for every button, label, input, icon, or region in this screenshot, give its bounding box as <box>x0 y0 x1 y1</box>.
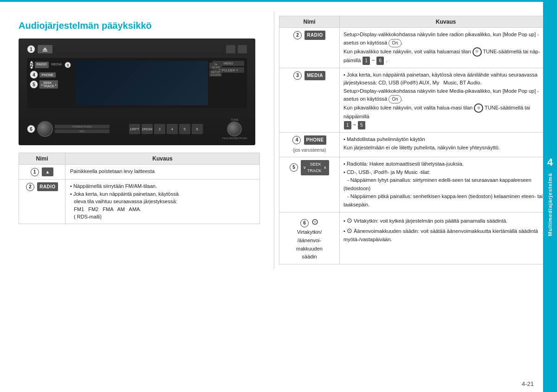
annotation-1: 1 <box>27 45 35 53</box>
table-row: 5 ∨ SEEKTRACK ∧ • Radiotila: Hakee autom… <box>279 157 552 212</box>
phone-desc-1: • Mahdollistaa puhelinnäytön käytön <box>343 136 425 142</box>
tilde-1: ~ <box>370 58 376 63</box>
period-1: . <box>384 58 387 63</box>
media-desc-1: • Joka kerta, kun näppäintä painetaan, k… <box>343 72 538 86</box>
radio-desc-2: Kun pikavalikko tulee näkyviin, voit val… <box>343 49 473 54</box>
media-desc-dot: . <box>402 96 403 102</box>
phone-sub-label: (jos varusteena) <box>283 147 336 154</box>
seek-desc-4: - Näppäimen pitkä painallus: senhetkisen… <box>343 193 543 207</box>
knob-desc-1: • <box>343 218 347 224</box>
table-row: 2 RADIO Setup>Display-valikkokohdassa nä… <box>279 28 552 68</box>
row2-line3: oleva tila vaihtuu seuraavassa järjestyk… <box>70 199 177 204</box>
knob-icon-inline2: ⊙ <box>347 227 352 234</box>
media-desc-2: Setup>Display-valikkokohdassa näkyviin t… <box>343 88 539 102</box>
right-row3-name: 3 MEDIA <box>279 68 340 132</box>
phone-badge-right: PHONE <box>304 135 326 145</box>
row2-line2: • Joka kerta, kun näppäintä painetaan, k… <box>70 191 179 197</box>
radio-badge: RADIO <box>37 182 58 191</box>
right-row4-desc: • Mahdollistaa puhelinnäytön käytön Kun … <box>340 132 552 157</box>
side-tab: 4 Multimediajärjestelmä <box>543 0 557 392</box>
knob-icon: ⊙ <box>311 217 318 226</box>
left-panel: Audiojärjestelmän pääyksikkö 1 <box>0 11 274 269</box>
knob-desc-2b: Äänenvoimakkuuden säädin: voit säätää ää… <box>343 228 538 242</box>
knob-icon-inline1: ⊙ <box>347 217 352 224</box>
stereo-image: 1 2 <box>19 39 255 145</box>
seek-up-icon: ∧ <box>324 164 327 171</box>
left-table-header-desc: Kuvaus <box>65 153 260 165</box>
table-row: 6 ⊙ Virtakytkin/ /äänenvoi- makkuuden sä… <box>279 212 552 264</box>
circle-2: 2 <box>26 183 34 191</box>
side-tab-text: Multimediajärjestelmä <box>547 173 553 236</box>
row2-name: 2 RADIO <box>19 180 65 224</box>
right-row2-name: 2 RADIO <box>279 28 340 68</box>
knob-label-4: säädin <box>302 254 317 259</box>
num-5: 5 <box>358 121 365 129</box>
right-row3-desc: • Joka kerta, kun näppäintä painetaan, k… <box>340 68 552 132</box>
circle-1: 1 <box>31 168 39 176</box>
on-badge-1: On <box>389 39 401 47</box>
circle-2-right: 2 <box>293 31 302 39</box>
table-row: 2 RADIO • Näppäimellä siirrytään FM/AM-t… <box>19 180 260 224</box>
right-row5-name: 5 ∨ SEEKTRACK ∧ <box>279 157 340 212</box>
circle-4-right: 4 <box>292 136 301 144</box>
side-tab-number: 4 <box>547 156 553 168</box>
left-table-header-name: Nimi <box>19 153 65 165</box>
knob-desc-2: • <box>343 228 347 234</box>
tilde-2: ~ <box>352 122 358 128</box>
right-row6-desc: • ⊙ Virtakytkin: voit kytkeä järjestelmä… <box>340 212 552 264</box>
table-row: 1 ▲ Painikkeella poistetaan levy laittee… <box>19 165 260 180</box>
table-row: 3 MEDIA • Joka kerta, kun näppäintä pain… <box>279 68 552 132</box>
right-row4-name: 4 PHONE (jos varusteena) <box>279 132 340 157</box>
num-6: 6 <box>376 57 384 65</box>
annotation-4: 4 <box>30 71 38 79</box>
right-description-table: Nimi Kuvaus 2 RADIO Setup>Display-valikk… <box>279 16 552 264</box>
media-desc-3: Kun pikavalikko tulee näkyviin, voit val… <box>343 105 474 110</box>
page-footer: 4-21 <box>522 380 534 387</box>
radio-badge-right: RADIO <box>304 31 325 40</box>
knob-label-2: /äänenvoi- <box>298 238 321 243</box>
right-row5-desc: • Radiotila: Hakee automaattisesti lähet… <box>340 157 552 212</box>
circle-3-right: 3 <box>293 71 302 80</box>
table-row: 4 PHONE (jos varusteena) • Mahdollistaa … <box>279 132 552 157</box>
page-title: Audiojärjestelmän pääyksikkö <box>19 20 260 31</box>
eject-button-label: ▲ <box>42 167 54 176</box>
right-panel: Nimi Kuvaus 2 RADIO Setup>Display-valikk… <box>274 11 557 269</box>
radio-desc-1: Setup>Display-valikkokohdassa näkyviin t… <box>343 32 539 45</box>
media-badge-right: MEDIA <box>304 71 325 80</box>
row2-line4: FM1 FM2 FMA AM AMA. <box>70 206 141 212</box>
seek-desc-1: • Radiotila: Hakee automaattisesti lähet… <box>343 161 464 167</box>
num-1-media: 1 <box>344 121 351 129</box>
tune-icon-2: ⊙ <box>474 103 483 113</box>
stereo-visual: 1 2 <box>19 39 255 145</box>
left-description-table: Nimi Kuvaus 1 ▲ Painikkeella poistetaan … <box>19 153 260 224</box>
row2-line1: • Näppäimellä siirrytään FM/AM-tilaan. <box>70 183 157 189</box>
annotation-2: 2 <box>30 61 33 69</box>
row1-name: 1 ▲ <box>19 165 65 180</box>
right-table-header-desc: Kuvaus <box>340 16 552 28</box>
knob-desc-1b: Virtakytkin: voit kytkeä järjestelmän po… <box>352 218 507 224</box>
row2-line5: ( RDS-malli) <box>70 214 102 219</box>
right-row2-desc: Setup>Display-valikkokohdassa näkyviin t… <box>340 28 552 68</box>
knob-label-3: makkuuden <box>296 246 323 251</box>
right-row6-name: 6 ⊙ Virtakytkin/ /äänenvoi- makkuuden sä… <box>279 212 340 264</box>
seek-desc-2: • CD-, USB-, iPod®- ja My Music -tilat: <box>343 169 430 175</box>
right-table-header-name: Nimi <box>279 16 340 28</box>
row2-desc: • Näppäimellä siirrytään FM/AM-tilaan. •… <box>65 180 260 224</box>
knob-label-1: Virtakytkin/ <box>297 229 322 235</box>
phone-desc-2: Kun järjestelmään ei ole liitetty puheli… <box>343 145 500 150</box>
seek-down-icon: ∨ <box>303 164 306 171</box>
seek-desc-3: - Näppäimen lyhyt painallus: siirtyminen… <box>343 177 531 191</box>
circle-6-right: 6 <box>300 219 309 227</box>
annotation-3: 3 <box>65 62 71 68</box>
tune-icon-1: ⊙ <box>473 47 482 57</box>
circle-5-right: 5 <box>290 163 298 172</box>
row1-desc: Painikkeella poistetaan levy laitteesta <box>65 165 260 180</box>
num-1: 1 <box>363 57 370 65</box>
on-badge-2: On <box>389 95 401 103</box>
radio-desc-dot1: . <box>402 40 403 45</box>
annotation-5: 5 <box>30 80 38 89</box>
annotation-6: 6 <box>27 125 35 133</box>
seek-track-badge: ∨ SEEKTRACK ∧ <box>301 160 329 175</box>
